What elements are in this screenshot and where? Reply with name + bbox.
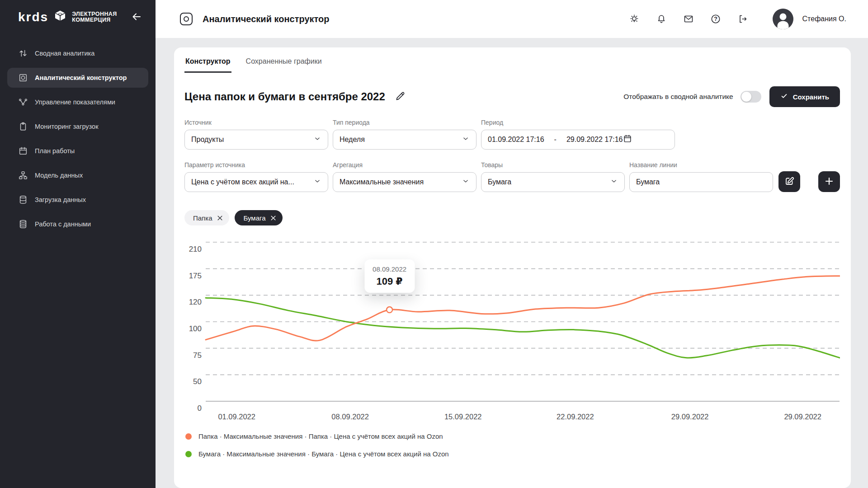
goods-select[interactable]: Бумага (481, 172, 625, 192)
svg-text:50: 50 (193, 377, 202, 386)
form-row-2: Параметр источника Цена с учётом всех ак… (184, 161, 840, 192)
line-chips: Папка Бумага (184, 210, 840, 225)
period-type-field: Тип периода Неделя (333, 119, 476, 150)
notifications-button[interactable] (655, 13, 668, 25)
sidebar-collapse-button[interactable] (129, 9, 144, 25)
svg-text:75: 75 (193, 351, 202, 360)
topbar-actions: ? (628, 13, 749, 25)
logout-button[interactable] (736, 13, 749, 25)
sidebar-item-summary-analytics[interactable]: Сводная аналитика (7, 43, 148, 63)
legend-label: Бумага · Максимальные значения · Бумага … (198, 450, 449, 458)
mail-button[interactable] (682, 13, 695, 25)
constructor-icon (180, 13, 193, 25)
legend-label: Папка · Максимальные значения · Папка · … (198, 432, 443, 440)
edit-line-button[interactable] (778, 171, 800, 192)
content-column: Аналитический конструктор ? Стефания О. … (156, 0, 868, 488)
page-title: Аналитический конструктор (203, 14, 330, 24)
display-toggle-label: Отображать в сводной аналитике (623, 93, 733, 101)
constructor-card: Конструктор Сохраненные графики Цена пап… (174, 47, 851, 488)
user-name: Стефания О. (802, 15, 846, 23)
avatar (773, 9, 793, 29)
add-line-button[interactable] (818, 171, 840, 192)
chevron-down-icon (313, 177, 321, 187)
chip-remove-icon[interactable] (217, 215, 223, 221)
legend-dot (185, 451, 192, 457)
chip-remove-icon[interactable] (270, 215, 277, 221)
display-toggle[interactable] (741, 91, 761, 103)
arrow-left-icon (131, 11, 142, 23)
user-menu[interactable]: Стефания О. (773, 9, 846, 29)
svg-text:210: 210 (189, 245, 202, 253)
svg-text:15.09.2022: 15.09.2022 (444, 413, 482, 421)
tooltip-date: 08.09.2022 (373, 265, 406, 273)
svg-text:175: 175 (189, 272, 202, 280)
chevron-down-icon (313, 135, 321, 145)
save-button[interactable]: Сохранить (769, 86, 840, 107)
sidebar-item-label: Мониторинг загрузок (35, 123, 99, 130)
legend-item: Папка · Максимальные значения · Папка · … (185, 432, 840, 440)
help-button[interactable]: ? (709, 13, 722, 25)
sidebar-item-analytics-constructor[interactable]: Аналитический конструктор (7, 68, 148, 88)
source-param-select[interactable]: Цена с учётом всех акций на... (184, 172, 328, 192)
sidebar-item-data-upload[interactable]: Загрузка данных (7, 190, 148, 210)
svg-text:01.09.2022: 01.09.2022 (218, 413, 255, 421)
svg-text:120: 120 (189, 298, 202, 306)
notifications-icon (656, 14, 667, 24)
chevron-down-icon (610, 177, 618, 187)
chart-title-row: Цена папок и бумаги в сентябре 2022 Отоб… (184, 86, 840, 107)
sidebar-item-data-model[interactable]: Модель данных (7, 165, 148, 185)
app-root: krds ЭЛЕКТРОННАЯ КОММЕРЦИЯ Сводная анали… (0, 0, 868, 488)
cube-logo-icon (53, 9, 67, 25)
tooltip-value: 109 ₽ (373, 276, 406, 287)
edit-title-button[interactable] (393, 89, 407, 104)
tab-constructor[interactable]: Конструктор (184, 54, 231, 73)
svg-text:29.09.2022: 29.09.2022 (671, 413, 709, 421)
aggregation-field: Агрегация Максимальные значения (333, 161, 476, 192)
nodes-icon (18, 97, 28, 107)
sidebar: krds ЭЛЕКТРОННАЯ КОММЕРЦИЯ Сводная анали… (0, 0, 156, 488)
form-row-1: Источник Продукты Тип периода Неделя (184, 119, 840, 150)
sidebar-item-metrics-management[interactable]: Управление показателями (7, 92, 148, 112)
period-range-input[interactable]: 01.09.2022 17:16 - 29.09.2022 17:16 (481, 130, 675, 150)
filter-chip[interactable]: Бумага (235, 210, 283, 225)
sidebar-item-label: Управление показателями (35, 99, 115, 106)
org-chart-icon (18, 170, 28, 180)
source-param-field: Параметр источника Цена с учётом всех ак… (184, 161, 328, 192)
pencil-icon (394, 90, 406, 103)
period-type-select[interactable]: Неделя (333, 130, 476, 150)
database-stack-icon (18, 219, 28, 229)
check-icon (780, 92, 788, 101)
logout-icon (737, 14, 748, 24)
source-select[interactable]: Продукты (184, 130, 328, 150)
chip-label: Бумага (243, 214, 265, 222)
topbar-title-group: Аналитический конструктор (180, 13, 330, 25)
sidebar-item-upload-monitoring[interactable]: Мониторинг загрузок (7, 117, 148, 136)
sidebar-item-label: План работы (35, 147, 75, 155)
database-icon (18, 195, 28, 205)
svg-text:08.09.2022: 08.09.2022 (331, 413, 369, 421)
plus-icon (824, 176, 835, 188)
chart-area: 2101751201007550001.09.202208.09.202215.… (184, 236, 840, 426)
aggregation-select[interactable]: Максимальные значения (333, 172, 476, 192)
line-chart[interactable]: 2101751201007550001.09.202208.09.202215.… (184, 236, 840, 426)
logo-wordmark: krds (18, 11, 48, 23)
sidebar-item-label: Аналитический конструктор (35, 74, 127, 81)
edit-square-icon (784, 176, 795, 188)
sidebar-item-data-work[interactable]: Работа с данными (7, 214, 148, 234)
tabs: Конструктор Сохраненные графики (184, 54, 840, 73)
filter-chip[interactable]: Папка (184, 210, 229, 225)
chart-tooltip: 08.09.2022 109 ₽ (364, 259, 415, 293)
line-name-input[interactable] (629, 172, 773, 192)
idea-button[interactable] (628, 13, 641, 25)
clipboard-icon (18, 122, 28, 131)
calendar-icon (18, 146, 28, 156)
tab-saved-charts[interactable]: Сохраненные графики (245, 54, 323, 73)
sidebar-item-work-plan[interactable]: План работы (7, 141, 148, 161)
sidebar-menu: Сводная аналитика Аналитический конструк… (0, 32, 156, 239)
chip-label: Папка (193, 214, 212, 222)
sidebar-item-label: Загрузка данных (35, 196, 86, 203)
logo: krds ЭЛЕКТРОННАЯ КОММЕРЦИЯ (18, 9, 117, 25)
main-area: Конструктор Сохраненные графики Цена пап… (156, 38, 868, 488)
calendar-icon (623, 134, 632, 145)
help-icon: ? (710, 14, 721, 24)
